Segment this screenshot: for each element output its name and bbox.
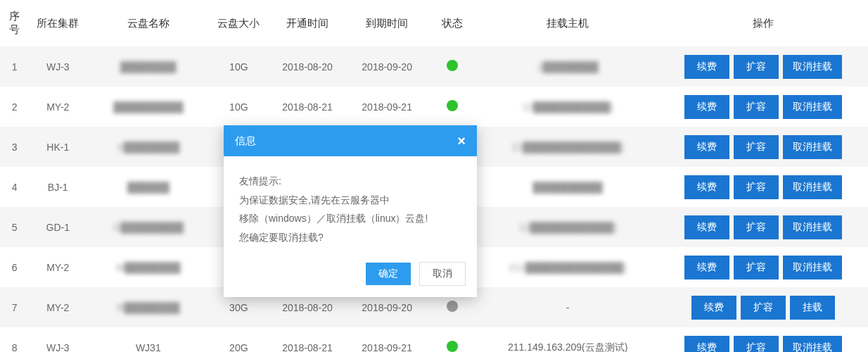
cell-host: ██████████ (478, 167, 658, 207)
cell-idx: 2 (0, 87, 29, 127)
cell-name: G█████████ (87, 207, 210, 247)
cell-host: 12███████████) (478, 87, 658, 127)
cell-name: ██████ (87, 167, 210, 207)
dialog-line: 移除（windows）／取消挂载（linux）云盘! (239, 209, 461, 228)
unmount-button[interactable]: 取消挂载 (783, 175, 842, 199)
mount-button[interactable]: 挂载 (790, 296, 835, 320)
cell-ops: 续费扩容挂载 (658, 287, 868, 327)
expand-button[interactable]: 扩容 (741, 296, 786, 320)
expand-button[interactable]: 扩容 (734, 95, 779, 119)
cell-cluster: MY-2 (29, 247, 87, 287)
table-row: 2MY-2██████████10G2018-08-212018-09-2112… (0, 87, 868, 127)
unmount-button[interactable]: 取消挂载 (783, 336, 842, 353)
status-dot-icon (447, 60, 458, 71)
th-open: 开通时间 (267, 0, 347, 46)
cell-ops: 续费扩容取消挂载 (658, 247, 868, 287)
confirm-dialog: 信息 × 友情提示: 为保证数据安全,请先在云服务器中 移除（windows）／… (224, 125, 477, 297)
dialog-body: 友情提示: 为保证数据安全,请先在云服务器中 移除（windows）／取消挂载（… (224, 156, 477, 256)
cancel-button[interactable]: 取消 (419, 262, 466, 286)
cell-name: M████████ (87, 247, 210, 287)
renew-button[interactable]: 续费 (684, 95, 729, 119)
renew-button[interactable]: 续费 (684, 135, 729, 159)
unmount-button[interactable]: 取消挂载 (783, 55, 842, 79)
close-icon[interactable]: × (457, 134, 466, 148)
cell-host: 211.149.163.209(云盘测试) (478, 327, 658, 352)
cell-host: 1████████ (478, 46, 658, 87)
cell-ops: 续费扩容取消挂载 (658, 46, 868, 87)
expand-button[interactable]: 扩容 (734, 215, 779, 239)
renew-button[interactable]: 续费 (684, 55, 729, 79)
cell-cluster: GD-1 (29, 207, 87, 247)
cell-cluster: MY-2 (29, 87, 87, 127)
renew-button[interactable]: 续费 (684, 175, 729, 199)
table-row: 8WJ-3WJ3120G2018-08-212018-09-21211.149.… (0, 327, 868, 352)
confirm-button[interactable]: 确定 (366, 263, 411, 285)
th-cluster: 所在集群 (29, 0, 87, 46)
dialog-line: 友情提示: (239, 172, 461, 191)
renew-button[interactable]: 续费 (684, 336, 729, 353)
dialog-footer: 确定 取消 (224, 256, 477, 297)
cell-idx: 5 (0, 207, 29, 247)
cell-name: ██████████ (87, 87, 210, 127)
cell-cluster: BJ-1 (29, 167, 87, 207)
cell-size: 20G (210, 327, 267, 352)
renew-button[interactable]: 续费 (684, 215, 729, 239)
cell-idx: 8 (0, 327, 29, 352)
cell-name: X████████ (87, 127, 210, 167)
expand-button[interactable]: 扩容 (734, 175, 779, 199)
cell-host: 21██████████████) (478, 127, 658, 167)
cell-size: 10G (210, 87, 267, 127)
cell-size: 10G (210, 46, 267, 87)
cell-ops: 续费扩容取消挂载 (658, 167, 868, 207)
cell-expire: 2018-09-21 (347, 327, 427, 352)
cell-idx: 1 (0, 46, 29, 87)
cell-cluster: HK-1 (29, 127, 87, 167)
cell-idx: 6 (0, 247, 29, 287)
cell-expire: 2018-09-21 (347, 87, 427, 127)
dialog-line: 为保证数据安全,请先在云服务器中 (239, 191, 461, 210)
cell-host: 12████████████) (478, 207, 658, 247)
th-host: 挂载主机 (478, 0, 658, 46)
cell-name: R████████ (87, 287, 210, 327)
status-dot-icon (447, 341, 458, 352)
cell-name: ████████ (87, 46, 210, 87)
unmount-button[interactable]: 取消挂载 (783, 135, 842, 159)
expand-button[interactable]: 扩容 (734, 256, 779, 279)
th-size: 云盘大小 (210, 0, 267, 46)
expand-button[interactable]: 扩容 (734, 55, 779, 79)
th-status: 状态 (427, 0, 478, 46)
table-header-row: 序号 所在集群 云盘名称 云盘大小 开通时间 到期时间 状态 挂载主机 操作 (0, 0, 868, 46)
cell-open: 2018-08-20 (267, 46, 347, 87)
dialog-line: 您确定要取消挂载? (239, 228, 461, 247)
cell-name: WJ31 (87, 327, 210, 352)
cell-cluster: WJ-3 (29, 327, 87, 352)
cell-status (427, 87, 478, 127)
dialog-title: 信息 (235, 134, 256, 148)
cell-idx: 4 (0, 167, 29, 207)
cell-host: - (478, 287, 658, 327)
th-expire: 到期时间 (347, 0, 427, 46)
cell-expire: 2018-09-20 (347, 46, 427, 87)
cell-idx: 7 (0, 287, 29, 327)
cell-idx: 3 (0, 127, 29, 167)
status-dot-icon (447, 100, 458, 111)
cell-open: 2018-08-21 (267, 327, 347, 352)
cell-ops: 续费扩容取消挂载 (658, 327, 868, 352)
cell-open: 2018-08-21 (267, 87, 347, 127)
unmount-button[interactable]: 取消挂载 (783, 95, 842, 119)
cell-status (427, 327, 478, 352)
cell-cluster: MY-2 (29, 287, 87, 327)
unmount-button[interactable]: 取消挂载 (783, 215, 842, 239)
unmount-button[interactable]: 取消挂载 (783, 256, 842, 279)
th-name: 云盘名称 (87, 0, 210, 46)
cell-cluster: WJ-3 (29, 46, 87, 87)
renew-button[interactable]: 续费 (691, 296, 736, 320)
cell-ops: 续费扩容取消挂载 (658, 207, 868, 247)
renew-button[interactable]: 续费 (684, 256, 729, 279)
dialog-header: 信息 × (224, 125, 477, 156)
table-row: 1WJ-3████████10G2018-08-202018-09-201███… (0, 46, 868, 87)
expand-button[interactable]: 扩容 (734, 135, 779, 159)
status-dot-icon (447, 301, 458, 312)
th-ops: 操作 (658, 0, 868, 46)
expand-button[interactable]: 扩容 (734, 336, 779, 353)
